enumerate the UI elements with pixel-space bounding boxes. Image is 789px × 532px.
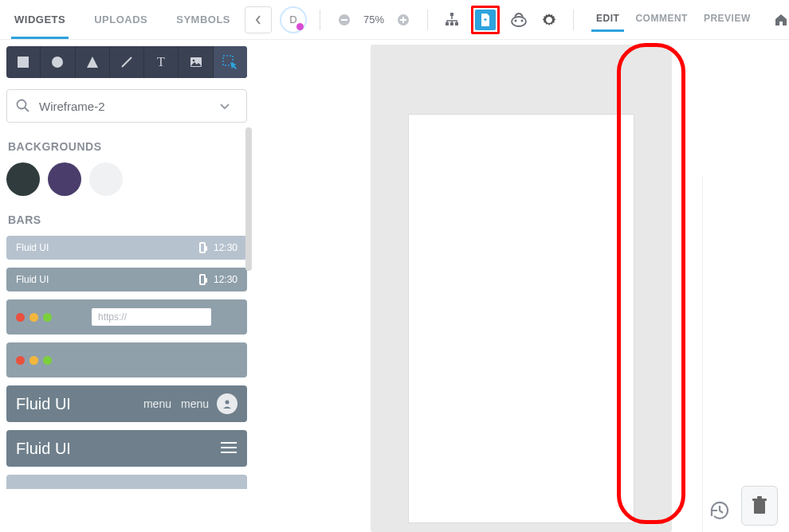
shape-image-button[interactable] <box>179 46 213 78</box>
settings-button[interactable] <box>538 9 560 31</box>
zoom-in-button[interactable] <box>392 9 414 31</box>
traffic-green-icon <box>43 356 52 365</box>
toolbar-divider <box>427 10 428 30</box>
tab-widgets[interactable]: WIDGETS <box>0 0 80 39</box>
toolbar-divider <box>320 10 320 30</box>
avatar-letter: D <box>289 14 296 25</box>
statusbar-time: 12:30 <box>214 242 237 253</box>
user-avatar[interactable]: D <box>280 6 307 33</box>
svg-point-22 <box>18 100 26 109</box>
mode-edit[interactable]: EDIT <box>590 8 626 32</box>
widget-appbar-menu[interactable]: Fluid UI menu menu <box>6 385 247 422</box>
widgets-search[interactable]: Wireframe-2 <box>6 89 247 123</box>
adjacent-artboard-peek[interactable] <box>703 175 789 532</box>
statusbar-label: Fluid UI <box>16 242 49 253</box>
section-bars-label: BARS <box>8 213 247 226</box>
prev-page-button[interactable] <box>245 6 272 33</box>
svg-point-16 <box>52 57 63 68</box>
bg-swatch-purple[interactable] <box>48 162 81 196</box>
user-circle-icon <box>217 393 237 414</box>
backgrounds-row <box>6 162 247 196</box>
shape-line-button[interactable] <box>110 46 144 78</box>
mode-comment[interactable]: COMMENT <box>629 8 694 32</box>
traffic-yellow-icon <box>29 313 38 322</box>
statusbar-label: Fluid UI <box>16 274 49 285</box>
widget-bar-peek[interactable] <box>6 475 247 489</box>
chevron-down-icon[interactable] <box>219 100 238 113</box>
shape-text-button[interactable]: T <box>144 46 179 78</box>
appbar-menu2: menu <box>181 397 209 410</box>
addressbar-placeholder: https:// <box>92 308 211 326</box>
svg-point-13 <box>521 19 524 22</box>
shape-triangle-button[interactable] <box>76 46 110 78</box>
toolbar-divider <box>573 10 574 30</box>
appbar-title: Fluid UI <box>16 440 71 458</box>
search-icon <box>15 98 31 114</box>
svg-point-14 <box>548 18 552 22</box>
tab-symbols[interactable]: SYMBOLS <box>162 0 245 39</box>
svg-rect-8 <box>455 22 458 25</box>
svg-line-23 <box>25 108 29 111</box>
artboard-page[interactable] <box>409 115 634 522</box>
add-page-button[interactable] <box>475 10 496 30</box>
svg-rect-5 <box>450 13 453 16</box>
svg-point-12 <box>515 19 517 22</box>
appbar-title: Fluid UI <box>16 395 71 413</box>
bg-swatch-dark[interactable] <box>6 162 40 196</box>
shape-hotspot-button[interactable] <box>214 46 247 78</box>
svg-rect-7 <box>450 22 453 25</box>
bg-swatch-light[interactable] <box>89 162 123 196</box>
traffic-green-icon <box>43 313 52 322</box>
traffic-red-icon <box>16 356 25 365</box>
svg-rect-15 <box>18 57 29 68</box>
svg-text:T: T <box>157 55 165 68</box>
shape-circle-button[interactable] <box>41 46 75 78</box>
traffic-yellow-icon <box>29 356 38 365</box>
tab-uploads[interactable]: UPLOADS <box>80 0 162 39</box>
section-backgrounds-label: BACKGROUNDS <box>8 140 247 153</box>
svg-point-11 <box>512 17 526 26</box>
traffic-lights <box>16 356 52 365</box>
top-toolbar: WIDGETS UPLOADS SYMBOLS D 75% <box>0 0 789 40</box>
svg-rect-29 <box>752 499 767 501</box>
svg-point-24 <box>226 401 230 405</box>
svg-rect-1 <box>341 19 347 21</box>
svg-rect-4 <box>402 17 404 23</box>
sidebar-scrollbar[interactable] <box>245 127 252 271</box>
svg-rect-30 <box>757 496 762 499</box>
zoom-out-button[interactable] <box>333 9 355 31</box>
widget-browserbar[interactable]: https:// <box>6 299 247 334</box>
shape-rectangle-button[interactable] <box>6 46 41 78</box>
artboard-frame[interactable] <box>371 45 672 532</box>
share-button[interactable] <box>508 9 530 31</box>
widget-appbar-hamburger[interactable]: Fluid UI <box>6 430 247 467</box>
hamburger-icon <box>220 440 237 458</box>
svg-rect-6 <box>446 22 449 25</box>
zoom-level: 75% <box>363 14 384 25</box>
statusbar-time: 12:30 <box>214 274 237 285</box>
battery-icon <box>199 274 206 285</box>
canvas[interactable] <box>253 40 789 532</box>
annotation-highlight-addpage <box>471 6 500 34</box>
svg-rect-10 <box>485 18 485 21</box>
sitemap-button[interactable] <box>441 9 463 31</box>
svg-rect-28 <box>754 501 765 514</box>
widget-windowbar[interactable] <box>6 342 247 377</box>
widget-statusbar-light[interactable]: Fluid UI 12:30 <box>6 236 247 260</box>
widgets-sidebar: T Wireframe-2 BACKGROUNDS BARS Fluid UI … <box>0 40 253 532</box>
traffic-red-icon <box>16 313 25 322</box>
search-input-value: Wireframe-2 <box>39 100 219 113</box>
presence-dot-icon <box>296 23 304 30</box>
library-tabs: WIDGETS UPLOADS SYMBOLS <box>0 0 245 39</box>
svg-line-17 <box>122 57 132 67</box>
widget-statusbar-dark[interactable]: Fluid UI 12:30 <box>6 268 247 291</box>
shape-tool-row: T <box>6 46 247 78</box>
mode-tabs: EDIT COMMENT PREVIEW <box>590 8 757 32</box>
history-button[interactable] <box>708 499 732 526</box>
appbar-menu1: menu <box>143 397 171 410</box>
svg-point-20 <box>192 60 194 62</box>
battery-icon <box>199 242 206 253</box>
mode-preview[interactable]: PREVIEW <box>697 8 757 32</box>
trash-button[interactable] <box>741 486 778 526</box>
home-button[interactable] <box>770 9 789 31</box>
